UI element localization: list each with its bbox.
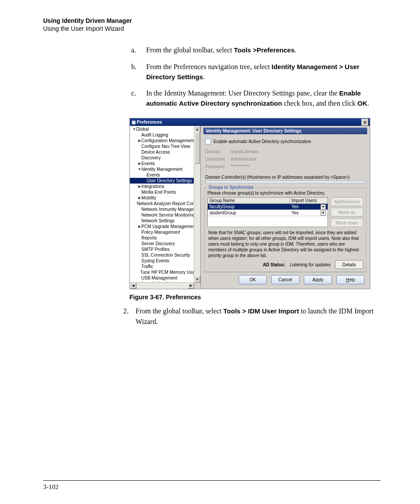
details-button[interactable]: Details [335,260,363,269]
dropdown-icon[interactable]: ▼ [321,210,326,216]
tree-node[interactable]: ▶PCM Upgrade Management [130,224,200,229]
running-subtitle: Using the User Import Wizard [43,25,380,33]
tree-node[interactable]: SMTP Profiles [130,246,200,252]
scroll-down-icon[interactable]: ▼ [194,276,200,283]
step-a-text: From the global toolbar, select Tools >P… [146,45,380,55]
tree-node[interactable]: ▼Global [130,126,200,132]
table-row[interactable]: studentGroupYes▼ [208,210,328,216]
step-2-text: From the global toolbar, select Tools > … [136,306,380,326]
ad-status-value: Listening for updates [290,262,331,267]
tree-node[interactable]: ▶Configuration Management [130,138,200,143]
tree-node[interactable]: USB Management [130,275,200,281]
step-b-marker: b. [131,62,146,82]
domain-field[interactable]: maruti.domain [231,149,258,154]
step-2-marker: 2. [123,306,136,326]
move-up-button[interactable]: Move up [331,208,363,217]
help-button[interactable]: Help [336,275,365,284]
tree-node[interactable]: Syslog Events [130,258,200,264]
step-c-text: In the Identity Management: User Directo… [146,88,380,108]
dialog-title: ▣ Preferences [132,120,162,125]
scroll-right-icon[interactable]: ▶ [188,283,194,289]
nav-tree[interactable]: ▼GlobalAudit Logging▶Configuration Manag… [130,126,201,289]
close-icon[interactable]: X [361,119,368,126]
dc-input[interactable] [205,181,365,183]
password-field[interactable]: *********** [231,164,250,169]
tree-hscroll[interactable]: ◀ ▶ [130,282,194,289]
step-a-marker: a. [131,45,146,55]
move-down-button[interactable]: Move down [331,218,363,227]
page-number: 3-102 [43,483,59,490]
step-c-marker: c. [131,88,146,108]
add-remove-button[interactable]: Add/Remove [331,197,363,206]
enable-sync-checkbox[interactable] [205,139,211,144]
tree-node[interactable]: ▶Mobility [130,195,200,201]
col-group-name[interactable]: Group Name [208,198,290,203]
ad-status-label: AD Status: [263,262,285,267]
tree-node[interactable]: Events [130,172,200,178]
tree-node[interactable]: ▼Identity Management [130,166,200,172]
tree-node[interactable]: User Directory Settings [130,178,200,184]
tree-node[interactable]: Server Discovery [130,241,200,246]
pane-title: Identity Management: User Directory Sett… [203,128,367,134]
apply-button[interactable]: Apply [304,275,332,284]
enable-sync-label: Enable automatic Active Directory synchr… [214,139,311,144]
tree-node[interactable]: SSL Connection Security [130,252,200,258]
tree-node[interactable]: Network Analyzer Report Config [130,201,200,206]
tree-node[interactable]: Network Settings [130,218,200,224]
tree-vscroll[interactable]: ▲ ▼ [194,126,200,283]
tree-node[interactable]: Audit Logging [130,132,200,138]
username-label: Username [205,157,231,162]
scroll-up-icon[interactable]: ▲ [194,126,200,132]
dc-label: Domain Controller(s) (Hostnames or IP ad… [205,175,367,180]
tree-node[interactable]: Tune HP PCM Memory Usage [130,269,200,275]
tree-node[interactable]: ▶Integrations [130,184,200,189]
groups-instr: Please choose group(s) to synchronize wi… [207,191,363,195]
step-b-text: From the Preferences navigation tree, se… [146,62,380,82]
preferences-dialog: ▣ Preferences X ▼GlobalAudit Logging▶Con… [129,118,370,289]
tree-node[interactable]: Network Service Monitoring [130,212,200,218]
cancel-button[interactable]: Cancel [271,275,299,284]
tree-node[interactable]: ▶Events [130,161,200,166]
tree-node[interactable]: Policy Management [130,229,200,235]
tree-node[interactable]: Device Access [130,149,200,155]
dropdown-icon[interactable]: ▼ [321,204,326,210]
tree-node[interactable]: Reports [130,235,200,241]
table-row[interactable]: facultyGroupYes▼ [208,204,328,210]
running-title: Using Identity Driven Manager [43,17,380,25]
groups-legend: Groups to Synchronize [207,185,255,190]
scroll-left-icon[interactable]: ◀ [130,283,136,289]
ok-button[interactable]: OK [239,275,267,284]
groups-table[interactable]: Group Name Import Users facultyGroupYes▼… [207,197,328,227]
tree-node[interactable]: Configure Nav Tree View [130,143,200,149]
scroll-thumb[interactable] [195,132,200,164]
domain-label: Domain [205,149,231,154]
password-label: Password [205,164,231,169]
username-field[interactable]: Administrator [231,157,257,162]
figure-caption: Figure 3-67. Preferences [129,294,380,301]
col-import-users[interactable]: Import Users [290,198,328,203]
tree-node[interactable]: Traffic [130,264,200,269]
tree-node[interactable]: Media End Points [130,189,200,195]
tree-node[interactable]: Discovery [130,155,200,161]
groups-note: Note that for SNAC groups, users will no… [208,230,362,258]
tree-node[interactable]: Network Immunity Manager [130,206,200,212]
